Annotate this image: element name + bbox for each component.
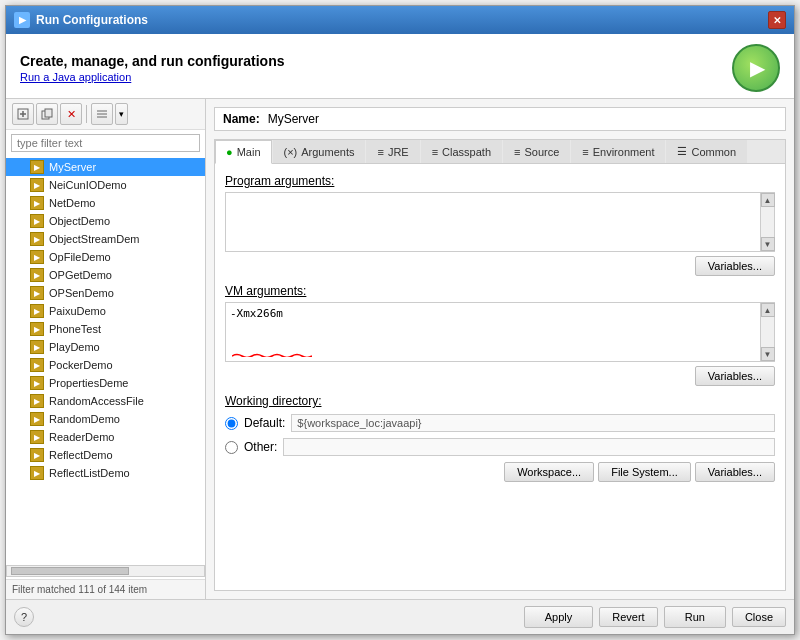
tab-arguments[interactable]: (×) Arguments: [273, 140, 366, 163]
help-button[interactable]: ?: [14, 607, 34, 627]
tree-item-label: PlayDemo: [49, 341, 100, 353]
vm-args-label: VM arguments:: [225, 284, 775, 298]
file-system-button[interactable]: File System...: [598, 462, 691, 482]
filter-status: Filter matched 111 of 144 item: [6, 579, 205, 599]
tree-item-label: ObjectStreamDem: [49, 233, 139, 245]
revert-button[interactable]: Revert: [599, 607, 657, 627]
filter-dropdown[interactable]: ▾: [115, 103, 128, 125]
close-button[interactable]: Close: [732, 607, 786, 627]
header-title: Create, manage, and run configurations: [20, 53, 285, 69]
tree-item-icon: ▶: [30, 178, 44, 192]
tab-source[interactable]: ≡ Source: [503, 140, 570, 163]
tree-item-myserver[interactable]: ▶ MyServer: [6, 158, 205, 176]
horizontal-scrollbar[interactable]: [6, 565, 205, 577]
tree-item-label: OPGetDemo: [49, 269, 112, 281]
list-item[interactable]: ▶ ReaderDemo: [6, 428, 205, 446]
list-item[interactable]: ▶ OpFileDemo: [6, 248, 205, 266]
tree-item-icon: ▶: [30, 196, 44, 210]
program-args-section: Program arguments: ▲ ▼ Variables...: [225, 174, 775, 276]
program-args-container: ▲ ▼: [225, 192, 775, 252]
sidebar: ✕ ▾ ▶ MyServer ▶ NeiCunIODemo: [6, 99, 206, 599]
tab-main[interactable]: ● Main: [215, 140, 272, 164]
apply-button[interactable]: Apply: [524, 606, 594, 628]
tree-item-label: OpFileDemo: [49, 251, 111, 263]
main-tab-label: Main: [237, 146, 261, 158]
list-item[interactable]: ▶ ReflectDemo: [6, 446, 205, 464]
list-item[interactable]: ▶ OPGetDemo: [6, 266, 205, 284]
tree-item-icon: ▶: [30, 358, 44, 372]
tab-classpath[interactable]: ≡ Classpath: [421, 140, 502, 163]
list-item[interactable]: ▶ PhoneTest: [6, 320, 205, 338]
other-radio-row: Other:: [225, 438, 775, 456]
vm-args-section: VM arguments: ▲ ▼ Variables...: [225, 284, 775, 386]
tree-item-label: OPSenDemo: [49, 287, 114, 299]
list-item[interactable]: ▶ NetDemo: [6, 194, 205, 212]
workspace-button[interactable]: Workspace...: [504, 462, 594, 482]
vm-args-input[interactable]: [226, 303, 774, 358]
program-args-variables-button[interactable]: Variables...: [695, 256, 775, 276]
tree-item-label: RandomAccessFile: [49, 395, 144, 407]
scroll-down-arrow[interactable]: ▼: [761, 347, 775, 361]
tree-item-icon: ▶: [30, 250, 44, 264]
vm-args-scrollbar[interactable]: ▲ ▼: [760, 303, 774, 361]
list-item[interactable]: ▶ ReflectListDemo: [6, 464, 205, 482]
program-args-label: Program arguments:: [225, 174, 775, 188]
list-item[interactable]: ▶ PlayDemo: [6, 338, 205, 356]
source-tab-icon: ≡: [514, 146, 520, 158]
run-button[interactable]: Run: [664, 606, 726, 628]
default-dir-input[interactable]: [291, 414, 775, 432]
filter-input[interactable]: [11, 134, 200, 152]
tab-environment[interactable]: ≡ Environment: [571, 140, 665, 163]
program-args-scrollbar[interactable]: ▲ ▼: [760, 193, 774, 251]
tree-item-icon: ▶: [30, 376, 44, 390]
dir-variables-button[interactable]: Variables...: [695, 462, 775, 482]
tree-item-label: PockerDemo: [49, 359, 113, 371]
run-icon[interactable]: [732, 44, 780, 92]
list-item[interactable]: ▶ NeiCunIODemo: [6, 176, 205, 194]
close-window-button[interactable]: ✕: [768, 11, 786, 29]
collapse-button[interactable]: [91, 103, 113, 125]
common-tab-label: Common: [691, 146, 736, 158]
arguments-tab-label: Arguments: [301, 146, 354, 158]
vm-args-variables-button[interactable]: Variables...: [695, 366, 775, 386]
tree-item-label: ReflectListDemo: [49, 467, 130, 479]
header-subtitle[interactable]: Run a Java application: [20, 71, 285, 83]
list-item[interactable]: ▶ PaixuDemo: [6, 302, 205, 320]
list-item[interactable]: ▶ OPSenDemo: [6, 284, 205, 302]
tree-item-icon: ▶: [30, 214, 44, 228]
toolbar-separator: [86, 105, 87, 123]
squiggle-decoration: [232, 353, 312, 357]
list-item[interactable]: ▶ RandomDemo: [6, 410, 205, 428]
list-item[interactable]: ▶ PropertiesDeme: [6, 374, 205, 392]
duplicate-button[interactable]: [36, 103, 58, 125]
list-item[interactable]: ▶ ObjectDemo: [6, 212, 205, 230]
sidebar-toolbar: ✕ ▾: [6, 99, 205, 130]
default-radio-row: Default:: [225, 414, 775, 432]
vm-args-container: ▲ ▼: [225, 302, 775, 362]
other-radio-label: Other:: [244, 440, 277, 454]
tab-jre[interactable]: ≡ JRE: [366, 140, 419, 163]
list-item[interactable]: ▶ ObjectStreamDem: [6, 230, 205, 248]
delete-button[interactable]: ✕: [60, 103, 82, 125]
other-radio[interactable]: [225, 441, 238, 454]
title-bar: ▶ Run Configurations ✕: [6, 6, 794, 34]
list-item[interactable]: ▶ RandomAccessFile: [6, 392, 205, 410]
tree-item-label: MyServer: [49, 161, 96, 173]
header-area: Create, manage, and run configurations R…: [6, 34, 794, 99]
default-radio-label: Default:: [244, 416, 285, 430]
svg-rect-2: [45, 109, 52, 117]
program-args-input[interactable]: [226, 193, 774, 248]
default-radio[interactable]: [225, 417, 238, 430]
tree-item-label: NetDemo: [49, 197, 95, 209]
tree-item-icon: ▶: [30, 394, 44, 408]
tab-common[interactable]: ☰ Common: [666, 140, 747, 163]
tree-item-label: ReflectDemo: [49, 449, 113, 461]
source-tab-label: Source: [524, 146, 559, 158]
scroll-up-arrow[interactable]: ▲: [761, 193, 775, 207]
scroll-down-arrow[interactable]: ▼: [761, 237, 775, 251]
other-dir-input[interactable]: [283, 438, 775, 456]
tree-item-label: PhoneTest: [49, 323, 101, 335]
list-item[interactable]: ▶ PockerDemo: [6, 356, 205, 374]
scroll-up-arrow[interactable]: ▲: [761, 303, 775, 317]
new-config-button[interactable]: [12, 103, 34, 125]
